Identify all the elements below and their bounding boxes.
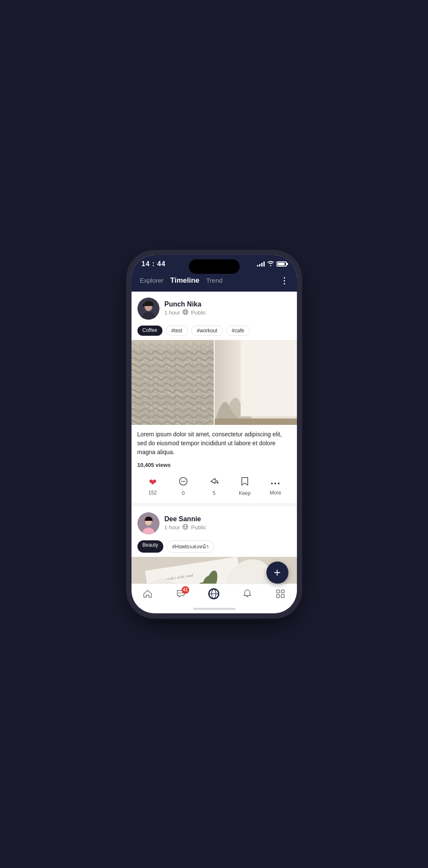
action-more[interactable]: More xyxy=(260,477,291,496)
comment-icon xyxy=(179,477,188,489)
tag-howto[interactable]: #Howtoแต่งหน้า xyxy=(167,540,214,553)
tag-workout[interactable]: #workout xyxy=(191,326,223,336)
phone-screen: 14 : 44 xyxy=(131,255,297,613)
svg-rect-30 xyxy=(277,595,280,598)
post-actions-1: ❤ 152 0 xyxy=(131,473,297,503)
tag-coffee[interactable]: Coffee xyxy=(137,326,162,336)
bookmark-icon xyxy=(241,477,249,489)
post-tags-1: Coffee #test #workout #cafe xyxy=(131,324,297,340)
bottom-nav-messages[interactable]: 41 xyxy=(176,589,186,599)
tab-trend[interactable]: Trend xyxy=(206,277,223,284)
post-info-2: 1 hour Public xyxy=(165,524,291,531)
explore-icon xyxy=(208,588,219,599)
nav-more-button[interactable]: ⋮ xyxy=(280,275,288,286)
post-time-1: 1 hour xyxy=(165,309,180,316)
tag-test[interactable]: #test xyxy=(166,326,188,336)
bottom-nav-notifications[interactable] xyxy=(242,589,252,599)
signal-icon xyxy=(257,261,265,267)
avatar-punch-nika[interactable] xyxy=(137,298,159,320)
svg-point-22 xyxy=(180,592,181,593)
nav-tabs: Explorer Timeline Trend xyxy=(140,276,223,285)
tab-timeline[interactable]: Timeline xyxy=(170,276,199,285)
svg-point-10 xyxy=(183,480,184,481)
bottom-nav-grid[interactable] xyxy=(275,589,285,599)
tab-explorer[interactable]: Explorer xyxy=(140,277,164,284)
globe-icon-1 xyxy=(182,309,188,316)
wifi-icon xyxy=(267,261,274,267)
svg-point-12 xyxy=(271,483,273,484)
share-count: 5 xyxy=(213,490,215,496)
more-label: More xyxy=(270,490,281,496)
svg-point-14 xyxy=(278,483,280,484)
post-time-2: 1 hour xyxy=(165,524,180,531)
tag-beauty[interactable]: Beauty xyxy=(137,540,163,553)
share-icon xyxy=(210,477,219,489)
fab-button[interactable]: + xyxy=(266,562,288,584)
svg-point-9 xyxy=(181,480,182,481)
bottom-nav: 41 xyxy=(131,584,297,608)
post-views-1: 10,405 views xyxy=(131,459,297,473)
svg-point-11 xyxy=(184,480,185,481)
post-card-1: Punch Nika 1 hour xyxy=(131,292,297,503)
svg-rect-28 xyxy=(277,590,280,593)
svg-rect-31 xyxy=(281,595,284,598)
comment-count: 0 xyxy=(182,490,185,496)
bottom-nav-explore[interactable] xyxy=(208,588,219,599)
nav-header: Explorer Timeline Trend ⋮ xyxy=(131,271,297,292)
message-badge: 41 xyxy=(182,586,189,594)
post-tags-2: Beauty #Howtoแต่งหน้า xyxy=(131,539,297,557)
post-visibility-2: Public xyxy=(191,524,206,531)
dynamic-island xyxy=(189,259,240,274)
action-comment[interactable]: 0 xyxy=(168,477,199,496)
ellipsis-icon xyxy=(271,477,280,488)
svg-rect-29 xyxy=(281,590,284,593)
post-info-1: 1 hour Public xyxy=(165,309,291,316)
status-icons xyxy=(257,261,287,267)
home-indicator xyxy=(193,608,235,610)
keep-label: Keep xyxy=(239,490,251,496)
post-image-1-left[interactable] xyxy=(131,340,214,425)
tag-cafe[interactable]: #cafe xyxy=(226,326,249,336)
post-username-2: Dee Sannie xyxy=(165,515,291,523)
bottom-nav-home[interactable] xyxy=(143,589,153,599)
phone-frame: 14 : 44 xyxy=(131,255,297,613)
post-username-1: Punch Nika xyxy=(165,301,291,308)
svg-point-13 xyxy=(274,483,276,484)
svg-point-21 xyxy=(179,592,179,593)
grid-icon xyxy=(275,589,285,599)
post-text-1: Lorem ipsum dolor sit amet, consectetur … xyxy=(137,430,291,457)
avatar-dee-sannie[interactable] xyxy=(137,512,159,534)
post-body-1: Lorem ipsum dolor sit amet, consectetur … xyxy=(131,425,297,459)
battery-icon xyxy=(277,261,287,267)
action-share[interactable]: 5 xyxy=(199,477,229,496)
post-header-2: Dee Sannie 1 hour Public xyxy=(131,506,297,539)
post-visibility-1: Public xyxy=(191,309,206,316)
bell-icon xyxy=(242,589,252,599)
action-like[interactable]: ❤ 152 xyxy=(137,477,168,496)
like-count: 152 xyxy=(148,490,157,496)
post-image-1-right[interactable] xyxy=(215,340,297,425)
action-keep[interactable]: Keep xyxy=(229,477,260,496)
status-time: 14 : 44 xyxy=(142,260,166,268)
post-meta-1: Punch Nika 1 hour xyxy=(165,301,291,316)
content-area[interactable]: Punch Nika 1 hour xyxy=(131,292,297,584)
post-header-1: Punch Nika 1 hour xyxy=(131,292,297,324)
post-meta-2: Dee Sannie 1 hour Public xyxy=(165,515,291,531)
globe-icon-2 xyxy=(182,524,188,531)
home-icon xyxy=(143,589,153,599)
heart-icon: ❤ xyxy=(149,477,157,488)
post-images-1 xyxy=(131,340,297,425)
